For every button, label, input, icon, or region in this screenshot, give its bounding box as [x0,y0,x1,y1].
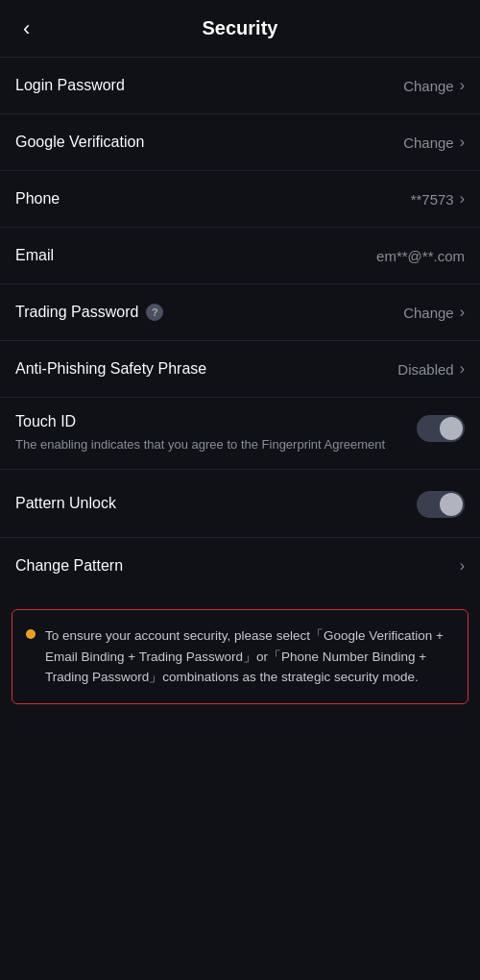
touch-id-section: Touch ID The enabling indicates that you… [0,398,480,469]
anti-phishing-right: Disabled › [397,360,465,378]
email-left: Email [15,247,54,264]
pattern-unlock-label: Pattern Unlock [15,495,116,512]
phone-item[interactable]: Phone **7573 › [0,171,480,227]
pattern-unlock-toggle[interactable] [417,491,465,518]
pattern-unlock-section: Pattern Unlock [0,470,480,537]
notice-text: To ensure your account security, please … [45,625,454,688]
touch-id-text-block: Touch ID The enabling indicates that you… [15,413,401,453]
phone-right: **7573 › [411,190,465,208]
email-label: Email [15,247,54,264]
google-verification-right: Change › [403,134,465,151]
login-password-value: Change [403,78,454,94]
google-verification-label: Google Verification [15,134,144,151]
phone-label: Phone [15,190,60,208]
header: ‹ Security [0,0,480,57]
pattern-unlock-toggle-knob [440,493,463,516]
login-password-label: Login Password [15,77,125,94]
email-right: em**@**.com [376,248,465,264]
back-button[interactable]: ‹ [15,12,37,45]
change-pattern-item[interactable]: Change Pattern › [0,538,480,594]
trading-password-item[interactable]: Trading Password ? Change › [0,284,480,340]
login-password-chevron: › [460,77,465,94]
trading-password-chevron: › [460,304,465,321]
touch-id-subtitle: The enabling indicates that you agree to… [15,436,401,453]
google-verification-chevron: › [460,134,465,151]
google-verification-item[interactable]: Google Verification Change › [0,114,480,170]
phone-value: **7573 [411,191,454,208]
trading-password-left: Trading Password ? [15,304,163,321]
change-pattern-chevron: › [460,557,465,575]
google-verification-value: Change [403,135,454,151]
login-password-item[interactable]: Login Password Change › [0,58,480,113]
touch-id-toggle[interactable] [417,415,465,442]
anti-phishing-chevron: › [460,360,465,378]
google-verification-left: Google Verification [15,134,144,151]
page-title: Security [203,17,278,39]
trading-password-value: Change [403,305,454,321]
trading-password-right: Change › [403,304,465,321]
email-value: em**@**.com [376,248,465,264]
notice-dot-icon [26,629,36,639]
touch-id-label: Touch ID [15,413,401,430]
login-password-left: Login Password [15,77,125,94]
anti-phishing-label: Anti-Phishing Safety Phrase [15,360,206,378]
security-notice: To ensure your account security, please … [12,609,468,704]
phone-left: Phone [15,190,60,208]
login-password-right: Change › [403,77,465,94]
trading-password-label: Trading Password [15,304,138,321]
anti-phishing-item[interactable]: Anti-Phishing Safety Phrase Disabled › [0,341,480,397]
touch-id-toggle-knob [440,417,463,440]
phone-chevron: › [460,190,465,208]
change-pattern-label: Change Pattern [15,557,123,575]
anti-phishing-left: Anti-Phishing Safety Phrase [15,360,206,378]
trading-password-help-icon[interactable]: ? [146,304,163,321]
email-item: Email em**@**.com [0,228,480,283]
anti-phishing-value: Disabled [397,361,453,378]
